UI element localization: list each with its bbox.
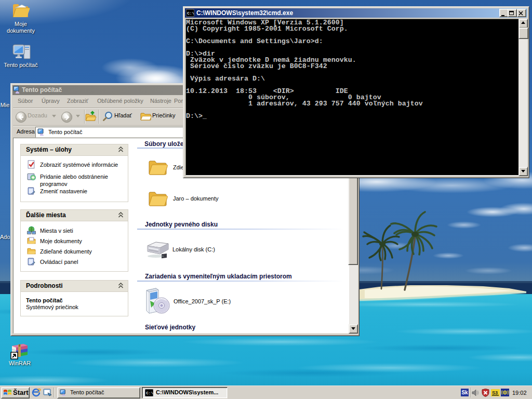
svg-text:C:\: C:\ bbox=[146, 391, 153, 395]
svg-text:S3: S3 bbox=[492, 390, 498, 395]
svg-text:C:\: C:\ bbox=[187, 11, 194, 16]
